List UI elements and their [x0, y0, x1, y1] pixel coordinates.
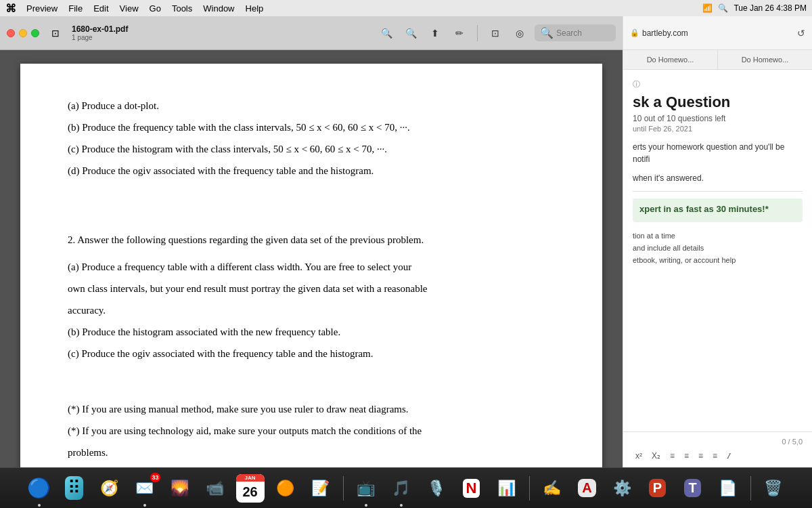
close-button[interactable] — [7, 29, 15, 37]
search-icon: 🔍 — [540, 26, 554, 39]
dock: 🔵 ⠿ 🧭 ✉️ 33 🌄 📹 JAN 26 🟠 📝 📺 🎵 🎙️ — [0, 467, 812, 508]
mail-badge: 33 — [150, 473, 160, 482]
dock-photos[interactable]: 🌄 — [164, 473, 196, 504]
p2-b: (b) Produce the histogram associated wit… — [68, 324, 555, 340]
dock-stocks[interactable]: 📊 — [491, 473, 522, 504]
sidebar-url: 🔒 bartleby.com — [630, 28, 688, 38]
wifi-icon: 📶 — [702, 3, 713, 13]
menu-help[interactable]: Help — [241, 2, 269, 15]
dock-arc[interactable]: 🧭 — [94, 473, 125, 504]
problem-2: 2. Answer the following questions regard… — [68, 232, 555, 248]
pdf-page: (a) Produce a dot-plot. (b) Produce the … — [20, 64, 602, 467]
search-pdf-icon[interactable]: 🔍 — [377, 24, 396, 43]
part-d: (d) Produce the ogiv associated with the… — [68, 163, 555, 179]
dock-separator-3 — [750, 476, 751, 501]
dock-texteditor[interactable]: A — [572, 473, 603, 504]
pdf-content: (a) Produce a dot-plot. (b) Produce the … — [0, 50, 623, 467]
subscript-btn[interactable]: X₂ — [649, 450, 663, 462]
editor-area: 0 / 5,0 x² X₂ ≡ ≡ ≡ ≡ 𝐼 — [623, 431, 812, 467]
p2-a-3: accuracy. — [68, 302, 555, 318]
menubar: ⌘ Preview File Edit View Go Tools Window… — [0, 0, 812, 16]
maximize-button[interactable] — [31, 29, 39, 37]
pdf-title: 1680-ex-01.pdf — [72, 24, 128, 34]
char-count: 0 / 5,0 — [633, 438, 803, 446]
sidebar-body: ⓘ sk a Question 10 out of 10 questions l… — [623, 70, 812, 431]
menu-window[interactable]: Window — [198, 2, 239, 15]
part-c: (c) Produce the histogram with the class… — [68, 141, 555, 157]
sidebar-tabs: Do Homewo... Do Homewo... — [623, 50, 812, 70]
dock-facetime[interactable]: 📹 — [200, 473, 231, 504]
main-area: ⊡ 1680-ex-01.pdf 1 page 🔍 🔍 ⬆ ✏ ⊡ ◎ 🔍 (a… — [0, 16, 812, 467]
copy-icon[interactable]: ⊡ — [486, 24, 505, 43]
pdf-pages: 1 page — [72, 34, 128, 41]
dock-settings[interactable]: ⚙️ — [607, 473, 638, 504]
sidebar-toggle-icon[interactable]: ⊡ — [51, 28, 60, 39]
menu-view[interactable]: View — [115, 2, 143, 15]
dock-finder[interactable]: 🔵 — [24, 473, 55, 504]
markup-icon[interactable]: ✏ — [450, 24, 469, 43]
dock-trash[interactable]: 🗑️ — [758, 473, 789, 504]
dock-pen[interactable]: ✍️ — [537, 473, 568, 504]
dock-teams[interactable]: T — [677, 473, 708, 504]
dock-appletv[interactable]: 📺 — [351, 473, 382, 504]
until-date: until Feb 26, 2021 — [633, 125, 803, 133]
url-text: bartleby.com — [642, 28, 688, 38]
menu-go[interactable]: Go — [145, 2, 166, 15]
rule-2: and include all details — [633, 242, 803, 255]
calendar-day: 26 — [242, 482, 257, 502]
minimize-button[interactable] — [19, 29, 27, 37]
list-btn-4[interactable]: ≡ — [710, 450, 720, 462]
menu-tools[interactable]: Tools — [167, 2, 197, 15]
search-input[interactable] — [556, 28, 610, 38]
dock-separator-1 — [343, 476, 344, 501]
dock-calendar[interactable]: JAN 26 — [235, 473, 266, 504]
sidebar-tab-1[interactable]: Do Homewo... — [623, 50, 718, 69]
circle-icon[interactable]: ◎ — [510, 24, 529, 43]
menu-edit[interactable]: Edit — [89, 2, 113, 15]
p2-a-2: own class intervals, but your end result… — [68, 280, 555, 297]
share-icon[interactable]: ⬆ — [426, 24, 445, 43]
refresh-icon[interactable]: ↺ — [797, 28, 805, 39]
sidebar-rules: tion at a time and include all details e… — [633, 230, 803, 266]
pdf-viewer: ⊡ 1680-ex-01.pdf 1 page 🔍 🔍 ⬆ ✏ ⊡ ◎ 🔍 (a… — [0, 16, 623, 467]
p2-c: (c) Produce the ogiv associated with the… — [68, 345, 555, 362]
questions-left: 10 out of 10 questions left — [633, 114, 803, 123]
menu-file[interactable]: File — [64, 2, 87, 15]
pdf-title-area: 1680-ex-01.pdf 1 page — [72, 24, 128, 41]
list-btn-3[interactable]: ≡ — [696, 450, 706, 462]
sidebar-desc-1: erts your homework question and you'll b… — [633, 141, 803, 165]
part-a: (a) Produce a dot-plot. — [68, 98, 555, 114]
menubar-right: 📶 🔍 Tue Jan 26 4:38 PM — [702, 3, 807, 13]
menu-preview[interactable]: Preview — [22, 2, 62, 15]
sidebar: 🔒 bartleby.com ↺ Do Homewo... Do Homewo.… — [623, 16, 812, 467]
sidebar-tab-2[interactable]: Do Homewo... — [718, 50, 812, 69]
dock-mail[interactable]: ✉️ 33 — [129, 473, 160, 504]
dock-launchpad[interactable]: ⠿ — [59, 473, 90, 504]
calendar-widget: JAN 26 — [236, 474, 265, 503]
lock-icon: 🔒 — [630, 28, 639, 37]
calendar-month: JAN — [236, 474, 265, 482]
dock-podcasts[interactable]: 🎙️ — [421, 473, 452, 504]
p2-a-1: (a) Produce a frequency table with a dif… — [68, 259, 555, 275]
italic-btn[interactable]: 𝐼 — [724, 450, 732, 462]
ask-question-title: sk a Question — [633, 93, 803, 111]
sidebar-topbar: 🔒 bartleby.com ↺ — [623, 16, 812, 50]
superscript-btn[interactable]: x² — [633, 450, 645, 462]
search-menubar-icon[interactable]: 🔍 — [718, 3, 728, 13]
traffic-lights — [7, 29, 39, 37]
dock-doc[interactable]: 📄 — [713, 473, 744, 504]
zoom-in-icon[interactable]: 🔍 — [401, 24, 420, 43]
dock-music[interactable]: 🎵 — [386, 473, 417, 504]
rule-3: etbook, writing, or account help — [633, 255, 803, 267]
dock-reminders[interactable]: 🟠 — [270, 473, 301, 504]
dock-notes[interactable]: 📝 — [305, 473, 336, 504]
search-box[interactable]: 🔍 — [535, 24, 616, 41]
note-1: (*) If you are using manual method, make… — [68, 401, 555, 417]
list-btn-1[interactable]: ≡ — [667, 450, 677, 462]
dock-n[interactable]: N — [456, 473, 487, 504]
dock-powerpoint[interactable]: P — [642, 473, 673, 504]
list-btn-2[interactable]: ≡ — [681, 450, 692, 462]
apple-menu[interactable]: ⌘ — [5, 2, 16, 15]
sidebar-desc-2: when it's answered. — [633, 172, 803, 184]
part-b: (b) Produce the frequency table with the… — [68, 119, 555, 135]
